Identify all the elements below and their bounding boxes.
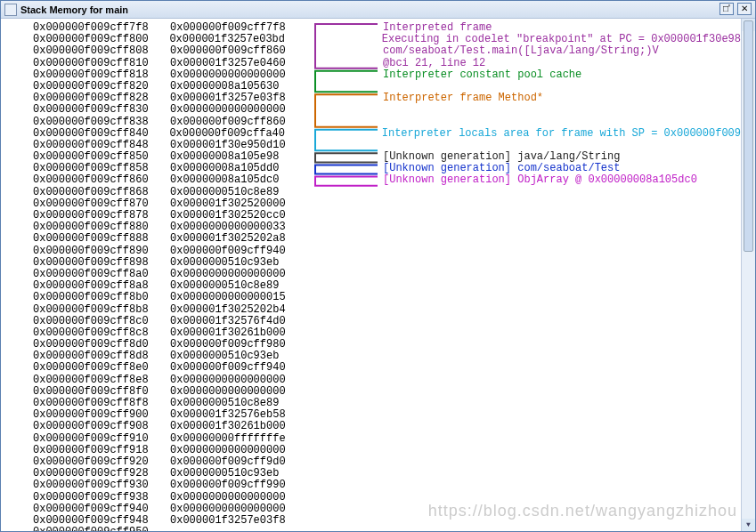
- address-cell: 0x000000f009cff910: [1, 433, 170, 445]
- address-cell: 0x000000f009cff908: [1, 421, 170, 432]
- memory-row: 0x000000f009cff8100x000001f3257e0460@bci…: [1, 58, 741, 69]
- address-cell: 0x000000f009cff818: [1, 69, 170, 81]
- value-cell: 0x0000000000000015: [170, 292, 308, 303]
- memory-row: 0x000000f009cff8e80x0000000000000000: [1, 375, 741, 386]
- description-text: [Unknown generation] ObjArray @ 0x000000…: [308, 173, 697, 186]
- description-cell: [308, 398, 741, 409]
- memory-row: 0x000000f009cff8880x000001f3025202a8: [1, 233, 741, 245]
- value-cell: 0x000001f3025202b4: [170, 304, 308, 316]
- description-cell: Interpreter locals area for frame with S…: [307, 128, 741, 140]
- description-cell: [308, 409, 741, 421]
- memory-row: 0x000000f009cff8b00x0000000000000015: [1, 292, 741, 303]
- description-cell: [308, 445, 741, 456]
- value-cell: 0x00000000fffffffe: [170, 433, 308, 445]
- vertical-scrollbar[interactable]: ▲ ▼: [741, 19, 755, 531]
- description-cell: [308, 421, 741, 432]
- value-cell: 0x000000f009cffa40: [169, 128, 306, 140]
- value-cell: 0x000000f009cff990: [170, 480, 308, 491]
- memory-row: 0x000000f009cff8600x00000008a105dc0[Unkn…: [1, 174, 741, 186]
- description-cell: [308, 433, 741, 445]
- value-cell: 0x0000000510c93eb: [170, 257, 308, 269]
- memory-row: 0x000000f009cff8300x0000000000000000: [1, 104, 741, 116]
- description-cell: [308, 233, 741, 245]
- stack-memory-window: Stack Memory for main □' ✕ 0x000000f009c…: [0, 0, 756, 532]
- description-cell: [308, 292, 741, 303]
- window-icon: [4, 4, 17, 16]
- description-cell: [308, 480, 741, 491]
- description-cell: [Unknown generation] ObjArray @ 0x000000…: [308, 174, 741, 186]
- scroll-thumb[interactable]: [744, 20, 753, 252]
- memory-table[interactable]: 0x000000f009cff7f80x000000f009cff7f8Inte…: [1, 19, 741, 531]
- value-cell: 0x0000000000000000: [170, 504, 308, 515]
- address-cell: 0x000000f009cff810: [1, 58, 170, 69]
- memory-row: 0x000000f009cff9100x00000000fffffffe: [1, 433, 741, 445]
- memory-row: 0x000000f009cff8400x000000f009cffa40Inte…: [1, 128, 741, 140]
- description-cell: Interpreter frame Method*: [308, 93, 741, 104]
- address-cell: 0x000000f009cff840: [1, 128, 169, 140]
- description-cell: [308, 187, 741, 198]
- memory-row: 0x000000f009cff9180x0000000000000000: [1, 445, 741, 456]
- description-text: Interpreter locals area for frame with S…: [307, 127, 741, 140]
- value-cell: 0x000000f009cff860: [170, 45, 308, 57]
- description-cell: [308, 210, 741, 222]
- address-cell: 0x000000f009cff950: [1, 527, 170, 531]
- close-button[interactable]: ✕: [737, 3, 752, 15]
- memory-row: 0x000000f009cff9300x000000f009cff990: [1, 480, 741, 491]
- window-title: Stack Memory for main: [20, 4, 128, 15]
- value-cell: 0x000000f009cff940: [170, 246, 308, 257]
- description-cell: [308, 280, 741, 292]
- description-cell: [308, 104, 741, 116]
- description-cell: com/seaboat/Test.main([Ljava/lang/String…: [308, 45, 741, 57]
- window-buttons: □' ✕: [719, 3, 752, 15]
- description-cell: [308, 362, 741, 374]
- description-text: [Unknown generation] com/seaboat/Test: [308, 162, 620, 174]
- address-cell: 0x000000f009cff890: [1, 246, 170, 257]
- value-cell: 0x000000f009cff940: [170, 362, 308, 374]
- description-cell: Interpreter constant pool cache: [308, 69, 741, 81]
- value-cell: 0x000001f3257e03f8: [170, 515, 308, 527]
- titlebar: Stack Memory for main □' ✕: [1, 1, 755, 19]
- address-cell: 0x000000f009cff888: [1, 233, 170, 245]
- description-cell: [308, 246, 741, 257]
- memory-row: 0x000000f009cff950: [1, 527, 741, 531]
- description-text: Interpreter frame Method*: [308, 92, 543, 104]
- value-cell: 0x00000008a105dc0: [170, 174, 308, 186]
- description-text: com/seaboat/Test.main([Ljava/lang/String…: [308, 44, 659, 57]
- description-cell: [308, 257, 741, 269]
- address-cell: 0x000000f009cff838: [1, 117, 170, 128]
- value-cell: 0x000001f32576f4d0: [170, 316, 308, 327]
- address-cell: 0x000000f009cff930: [1, 480, 170, 491]
- description-cell: [308, 375, 741, 386]
- address-cell: 0x000000f009cff868: [1, 187, 170, 198]
- description-text: Executing in codelet "breakpoint" at PC …: [307, 33, 741, 45]
- address-cell: 0x000000f009cff918: [1, 445, 170, 456]
- address-cell: 0x000000f009cff938: [1, 492, 170, 504]
- scroll-down-arrow[interactable]: ▼: [742, 519, 755, 531]
- address-cell: 0x000000f009cff940: [1, 504, 170, 515]
- content-pane: 0x000000f009cff7f80x000000f009cff7f8Inte…: [1, 19, 755, 531]
- memory-row: 0x000000f009cff8380x000000f009cff860: [1, 117, 741, 128]
- value-cell: 0x0000000000000000: [170, 69, 308, 81]
- description-cell: [308, 527, 741, 531]
- description-text: Interpreter constant pool cache: [308, 69, 581, 81]
- value-cell: 0x0000000000000000: [170, 104, 308, 116]
- value-cell: 0x0000000510c8e89: [170, 187, 308, 198]
- value-cell: 0x000001f3025202a8: [170, 233, 308, 245]
- address-cell: 0x000000f009cff860: [1, 174, 170, 186]
- value-cell: 0x0000000000000000: [170, 492, 308, 504]
- watermark: https://blog.csdn.net/wangyangzhizhou: [428, 502, 737, 520]
- address-cell: 0x000000f009cff8b0: [1, 292, 170, 303]
- value-cell: [170, 527, 308, 531]
- memory-row: 0x000000f009cff8980x0000000510c93eb: [1, 257, 741, 269]
- description-cell: [308, 327, 741, 339]
- value-cell: 0x000001f3257e0460: [170, 58, 308, 69]
- value-cell: 0x000001f30261b000: [170, 421, 308, 432]
- minimize-button[interactable]: □': [719, 3, 734, 15]
- description-cell: [308, 339, 741, 351]
- address-cell: 0x000000f009cff898: [1, 257, 170, 269]
- memory-row: 0x000000f009cff8900x000000f009cff940: [1, 246, 741, 257]
- value-cell: 0x000000f009cff860: [170, 117, 308, 128]
- value-cell: 0x0000000000000000: [170, 445, 308, 456]
- address-cell: 0x000000f009cff8c0: [1, 316, 170, 327]
- description-cell: [308, 269, 741, 280]
